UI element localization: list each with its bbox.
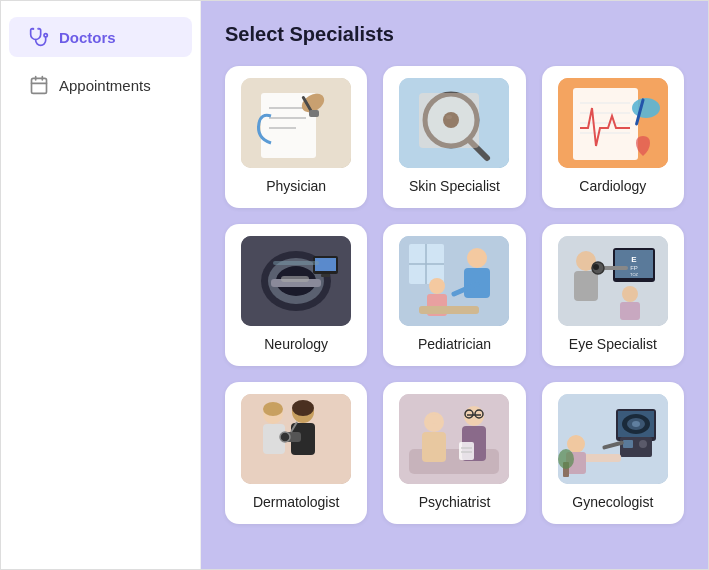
- specialist-card-gynecologist[interactable]: Gynecologist: [542, 382, 684, 524]
- svg-point-42: [467, 248, 487, 268]
- specialist-label-skin: Skin Specialist: [409, 178, 500, 194]
- sidebar: Doctors Appointments: [1, 1, 201, 569]
- specialist-card-skin[interactable]: Skin Specialist: [383, 66, 525, 208]
- svg-point-63: [292, 400, 314, 416]
- sidebar-item-appointments[interactable]: Appointments: [9, 65, 192, 105]
- svg-text:E: E: [631, 255, 637, 264]
- specialist-image-cardiology: [558, 78, 668, 168]
- specialist-label-eye: Eye Specialist: [569, 336, 657, 352]
- svg-point-66: [263, 402, 283, 416]
- svg-rect-35: [321, 274, 330, 277]
- svg-rect-79: [422, 432, 446, 462]
- specialist-image-skin: [399, 78, 509, 168]
- specialist-label-neurology: Neurology: [264, 336, 328, 352]
- specialist-card-physician[interactable]: Physician: [225, 66, 367, 208]
- stethoscope-icon: [29, 27, 49, 47]
- svg-point-0: [44, 34, 47, 37]
- calendar-icon: [29, 75, 49, 95]
- svg-point-89: [632, 421, 640, 427]
- specialist-label-cardiology: Cardiology: [579, 178, 646, 194]
- svg-point-26: [632, 98, 660, 118]
- svg-rect-57: [620, 302, 640, 320]
- svg-point-80: [426, 414, 442, 424]
- svg-text:TOZ: TOZ: [630, 272, 638, 277]
- svg-rect-36: [281, 276, 309, 282]
- svg-point-56: [622, 286, 638, 302]
- specialist-card-dermatologist[interactable]: Dermatologist: [225, 382, 367, 524]
- sidebar-label-appointments: Appointments: [59, 77, 151, 94]
- svg-rect-46: [419, 306, 479, 314]
- main-content: Select Specialists: [201, 1, 708, 569]
- svg-rect-21: [573, 88, 638, 160]
- page-title: Select Specialists: [225, 23, 684, 46]
- sidebar-label-doctors: Doctors: [59, 29, 116, 46]
- specialist-image-psychiatrist: [399, 394, 509, 484]
- svg-rect-91: [623, 440, 633, 448]
- specialist-image-pediatrician: [399, 236, 509, 326]
- specialist-label-physician: Physician: [266, 178, 326, 194]
- specialist-card-psychiatrist[interactable]: Psychiatrist: [383, 382, 525, 524]
- specialist-image-eye: E FP TOZ: [558, 236, 668, 326]
- specialist-image-gynecologist: [558, 394, 668, 484]
- specialist-card-neurology[interactable]: Neurology: [225, 224, 367, 366]
- svg-point-98: [558, 449, 574, 469]
- svg-point-69: [280, 432, 290, 442]
- svg-rect-19: [419, 93, 479, 148]
- specialist-card-pediatrician[interactable]: Pediatrician: [383, 224, 525, 366]
- svg-rect-12: [309, 110, 319, 117]
- svg-point-44: [429, 278, 445, 294]
- specialists-grid: Physician Skin Specialist: [225, 66, 684, 524]
- svg-point-60: [593, 264, 599, 270]
- specialist-image-dermatologist: [241, 394, 351, 484]
- sidebar-item-doctors[interactable]: Doctors: [9, 17, 192, 57]
- specialist-card-eye[interactable]: E FP TOZ Eye Specialist: [542, 224, 684, 366]
- svg-point-92: [639, 440, 647, 448]
- svg-rect-37: [273, 261, 319, 265]
- specialist-image-neurology: [241, 236, 351, 326]
- specialist-image-physician: [241, 78, 351, 168]
- specialist-card-cardiology[interactable]: Cardiology: [542, 66, 684, 208]
- svg-rect-1: [32, 78, 47, 93]
- specialist-label-psychiatrist: Psychiatrist: [419, 494, 491, 510]
- svg-text:FP: FP: [630, 265, 638, 271]
- svg-point-73: [464, 406, 484, 426]
- svg-rect-55: [574, 271, 598, 301]
- svg-rect-81: [459, 442, 474, 460]
- specialist-label-gynecologist: Gynecologist: [572, 494, 653, 510]
- specialist-label-dermatologist: Dermatologist: [253, 494, 339, 510]
- specialist-label-pediatrician: Pediatrician: [418, 336, 491, 352]
